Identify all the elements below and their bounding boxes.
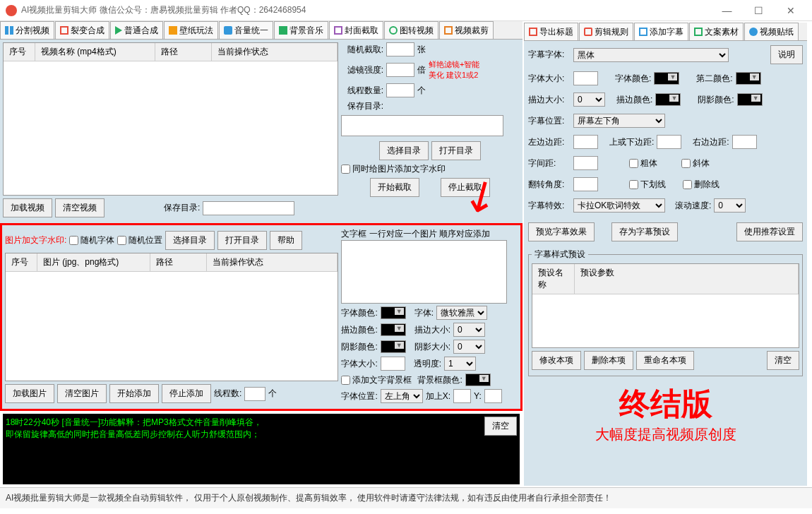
footer-text: AI视频批量剪辑大师是一款视频全自动剪辑软件， 仅用于个人原创视频制作、提高剪辑… bbox=[0, 487, 812, 508]
clear-image-button[interactable]: 清空图片 bbox=[57, 384, 107, 403]
sub-color-picker[interactable] bbox=[654, 72, 679, 85]
use-rec-button[interactable]: 使用推荐设置 bbox=[736, 222, 803, 241]
maximize-button[interactable]: ☐ bbox=[743, 1, 775, 20]
modify-preset-button[interactable]: 修改本项 bbox=[532, 351, 581, 370]
wm-title: 图片加文字水印: bbox=[5, 234, 66, 246]
start-add-button[interactable]: 开始添加 bbox=[109, 384, 159, 403]
rand-font-check[interactable]: 随机字体 bbox=[69, 234, 114, 246]
delete-preset-button[interactable]: 删除本项 bbox=[584, 351, 633, 370]
sub-size-input[interactable] bbox=[573, 71, 598, 85]
tab-content[interactable]: 文案素材 bbox=[689, 23, 744, 40]
filter-input[interactable] bbox=[386, 63, 414, 77]
window-title: AI视频批量剪辑大师 微信公众号：唐易视频批量剪辑 作者QQ：264246895… bbox=[21, 4, 711, 16]
clear-video-button[interactable]: 清空视频 bbox=[55, 198, 105, 217]
save-preset-button[interactable]: 存为字幕预设 bbox=[611, 222, 678, 241]
text-lines-textarea[interactable] bbox=[341, 240, 507, 304]
tab-wallpaper[interactable]: 壁纸玩法 bbox=[164, 21, 218, 39]
tab-rule[interactable]: 剪辑规则 bbox=[579, 23, 633, 40]
stick-icon bbox=[749, 28, 758, 36]
right-margin-input[interactable] bbox=[732, 135, 757, 149]
right-tabs: 导出标题 剪辑规则 添加字幕 文案素材 视频贴纸 bbox=[524, 23, 807, 41]
stroke-size-select[interactable]: 0 bbox=[453, 323, 485, 337]
strikeout-check[interactable]: 删除线 bbox=[683, 179, 720, 191]
thread-input[interactable] bbox=[386, 83, 414, 97]
rename-preset-button[interactable]: 重命名本项 bbox=[636, 351, 694, 370]
tab-cover[interactable]: 封面截取 bbox=[329, 21, 383, 39]
left-margin-input[interactable] bbox=[573, 135, 598, 149]
wm-select-dir[interactable]: 选择目录 bbox=[165, 231, 215, 250]
save-dir-label: 保存目录: bbox=[164, 202, 200, 214]
sub-pos-select[interactable]: 屏幕左下角 bbox=[573, 114, 665, 128]
underline-check[interactable]: 下划线 bbox=[629, 179, 666, 191]
tab-normal[interactable]: 普通合成 bbox=[110, 21, 163, 39]
music-icon bbox=[279, 26, 287, 35]
wm-help[interactable]: 帮助 bbox=[270, 231, 302, 250]
rand-count-input[interactable] bbox=[386, 42, 414, 56]
stop-add-button[interactable]: 停止添加 bbox=[162, 384, 211, 403]
tab-img2vid[interactable]: 图转视频 bbox=[384, 21, 438, 39]
shadow-size-select[interactable]: 0 bbox=[453, 340, 485, 354]
clear-preset-button[interactable]: 清空 bbox=[767, 351, 799, 370]
app-icon bbox=[6, 5, 17, 16]
close-button[interactable]: ✕ bbox=[775, 1, 806, 20]
opacity-select[interactable]: 1 bbox=[444, 357, 476, 371]
y-input[interactable] bbox=[484, 389, 502, 403]
wm-open-dir[interactable]: 打开目录 bbox=[217, 231, 267, 250]
minimize-button[interactable]: — bbox=[711, 1, 743, 20]
save-dir-input[interactable] bbox=[203, 201, 294, 215]
preset-fieldset: 字幕样式预设 预设名称 预设参数 修改本项 删除本项 重命名本项 清空 bbox=[528, 249, 803, 376]
addx-input[interactable] bbox=[453, 389, 471, 403]
image-grid[interactable]: 序号 图片 (jpg、png格式) 路径 当前操作状态 bbox=[5, 253, 338, 381]
font-select[interactable]: 微软雅黑 bbox=[436, 306, 487, 320]
video-grid[interactable]: 序号 视频名称 (mp4格式) 路径 当前操作状态 bbox=[3, 42, 338, 196]
bold-check[interactable]: 粗体 bbox=[629, 157, 657, 169]
rule-icon bbox=[584, 28, 592, 36]
tab-bgm[interactable]: 背景音乐 bbox=[274, 21, 328, 39]
italic-check[interactable]: 斜体 bbox=[681, 157, 710, 169]
tab-split[interactable]: 分割视频 bbox=[0, 21, 54, 39]
effect-select[interactable]: 卡拉OK歌词特效 bbox=[573, 198, 665, 213]
textbox-title: 文字框 一行对应一个图片 顺序对应添加 bbox=[341, 228, 518, 240]
sub-font-select[interactable]: 黑体 bbox=[573, 48, 729, 62]
sub-color2-picker[interactable] bbox=[736, 72, 761, 85]
sub-shadow-color[interactable] bbox=[737, 93, 763, 106]
select-dir-button[interactable]: 选择目录 bbox=[379, 141, 429, 160]
explain-button[interactable]: 说明 bbox=[770, 45, 803, 64]
load-image-button[interactable]: 加载图片 bbox=[5, 384, 54, 403]
start-extract-button[interactable]: 开始截取 bbox=[370, 178, 419, 197]
sub-stroke-color[interactable] bbox=[655, 93, 681, 106]
tab-merge[interactable]: 裂变合成 bbox=[55, 21, 109, 39]
tab-subtitle[interactable]: 添加字幕 bbox=[634, 23, 688, 40]
cover-save-dir[interactable] bbox=[341, 115, 503, 136]
spacing-input[interactable] bbox=[573, 156, 598, 170]
rand-pos-check[interactable]: 随机位置 bbox=[117, 234, 162, 246]
tab-volume[interactable]: 音量统一 bbox=[219, 21, 273, 39]
left-tabs: 分割视频 裂变合成 普通合成 壁纸玩法 音量统一 背景音乐 封面截取 图转视频 … bbox=[0, 21, 523, 40]
rotate-input[interactable] bbox=[573, 177, 598, 191]
titlebar: AI视频批量剪辑大师 微信公众号：唐易视频批量剪辑 作者QQ：264246895… bbox=[0, 0, 812, 21]
tab-export[interactable]: 导出标题 bbox=[524, 23, 578, 40]
load-video-button[interactable]: 加载视频 bbox=[3, 198, 52, 217]
shadow-color-picker[interactable] bbox=[381, 340, 406, 353]
font-size-input[interactable] bbox=[381, 357, 405, 371]
merge-icon bbox=[60, 26, 68, 35]
add-watermark-check[interactable]: 同时给图片添加文字水印 bbox=[341, 163, 518, 175]
rotate-icon bbox=[389, 26, 398, 35]
log-clear-button[interactable]: 清空 bbox=[484, 417, 517, 436]
wm-thread-input[interactable] bbox=[244, 387, 265, 401]
sub-stroke-select[interactable]: 0 bbox=[573, 92, 605, 107]
cover-icon bbox=[334, 26, 342, 35]
pos-select[interactable]: 左上角 bbox=[381, 389, 423, 403]
tab-crop[interactable]: 视频裁剪 bbox=[439, 21, 494, 39]
font-color-picker[interactable] bbox=[381, 306, 406, 319]
bg-box-check[interactable]: 添加文字背景框 bbox=[341, 374, 412, 386]
open-dir-button[interactable]: 打开目录 bbox=[431, 141, 481, 160]
tab-sticker[interactable]: 视频贴纸 bbox=[744, 23, 799, 40]
stroke-color-picker[interactable] bbox=[381, 323, 406, 336]
bg-color-picker[interactable] bbox=[465, 373, 491, 386]
scroll-select[interactable]: 0 bbox=[714, 198, 746, 213]
preset-grid[interactable]: 预设名称 预设参数 bbox=[532, 263, 799, 348]
top-margin-input[interactable] bbox=[657, 135, 681, 149]
preview-sub-button[interactable]: 预览字幕效果 bbox=[528, 222, 595, 241]
stop-extract-button[interactable]: 停止截取 bbox=[441, 178, 490, 197]
